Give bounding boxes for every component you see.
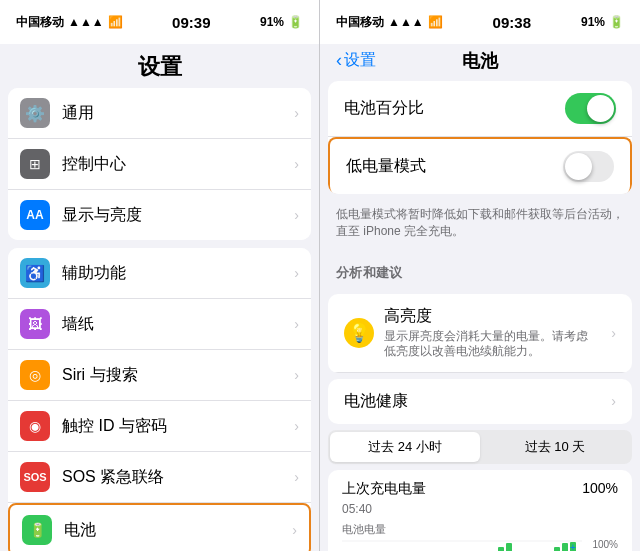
left-page-title-bar: 设置 <box>0 44 319 88</box>
brightness-bulb-icon: 💡 <box>344 318 374 348</box>
right-time: 09:38 <box>493 14 531 31</box>
touchid-label: 触控 ID 与密码 <box>62 416 290 437</box>
chart-y-100: 100% <box>592 539 618 550</box>
left-time: 09:39 <box>172 14 210 31</box>
settings-group-2: ♿ 辅助功能 › 🖼 墙纸 › ◎ Siri 与搜索 › ◉ 触控 ID 与密码… <box>8 248 311 551</box>
right-signal: ▲▲▲ <box>388 15 424 29</box>
last-charge-label: 上次充电电量 <box>342 480 426 498</box>
tab-10d[interactable]: 过去 10 天 <box>480 432 630 462</box>
right-battery-icon: 🔋 <box>609 15 624 29</box>
settings-item-general[interactable]: ⚙️ 通用 › <box>8 88 311 139</box>
last-charge-time: 05:40 <box>342 502 618 516</box>
low-power-row: 低电量模式 <box>328 137 632 194</box>
low-power-desc: 低电量模式将暂时降低如下载和邮件获取等后台活动，直至 iPhone 完全充电。 <box>320 200 640 250</box>
display-chevron: › <box>294 207 299 223</box>
sos-label: SOS 紧急联络 <box>62 467 290 488</box>
charge-section: 上次充电电量 100% 05:40 电池电量 100% 60% <box>328 470 632 551</box>
left-wifi-icon: 📶 <box>108 15 123 29</box>
settings-item-sos[interactable]: SOS SOS 紧急联络 › <box>8 452 311 503</box>
battery-pct-label: 电池百分比 <box>344 98 565 119</box>
settings-list: ⚙️ 通用 › ⊞ 控制中心 › AA 显示与亮度 › ♿ 辅助功能 › <box>0 88 319 551</box>
right-phone: 中国移动 ▲▲▲ 📶 09:38 91% 🔋 ‹ 设置 电池 电池百分比 低电量… <box>320 0 640 551</box>
accessibility-icon: ♿ <box>20 258 50 288</box>
health-label: 电池健康 <box>344 391 607 412</box>
last-charge-pct: 100% <box>582 480 618 496</box>
battery-icon: 🔋 <box>22 515 52 545</box>
left-battery-pct: 91% <box>260 15 284 29</box>
health-row[interactable]: 电池健康 › <box>328 379 632 424</box>
right-battery-pct: 91% <box>581 15 605 29</box>
tab-24h[interactable]: 过去 24 小时 <box>330 432 480 462</box>
control-center-label: 控制中心 <box>62 154 290 175</box>
time-tabs: 过去 24 小时 过去 10 天 <box>328 430 632 464</box>
brightness-chevron: › <box>611 325 616 341</box>
right-carrier: 中国移动 <box>336 14 384 31</box>
right-status-bar: 中国移动 ▲▲▲ 📶 09:38 91% 🔋 <box>320 0 640 44</box>
siri-chevron: › <box>294 367 299 383</box>
battery-pct-toggle[interactable] <box>565 93 616 124</box>
chart-label: 电池电量 <box>342 522 618 537</box>
battery-chevron: › <box>292 522 297 538</box>
brightness-text: 高亮度 显示屏亮度会消耗大量的电量。请考虑低亮度以改善电池续航能力。 <box>384 306 597 360</box>
battery-chart-container: 电池电量 100% 60% <box>342 522 618 551</box>
left-page-title: 设置 <box>16 52 303 82</box>
settings-item-siri[interactable]: ◎ Siri 与搜索 › <box>8 350 311 401</box>
battery-pct-row: 电池百分比 <box>328 81 632 137</box>
settings-item-touchid[interactable]: ◉ 触控 ID 与密码 › <box>8 401 311 452</box>
display-label: 显示与亮度 <box>62 205 290 226</box>
general-chevron: › <box>294 105 299 121</box>
left-status-left: 中国移动 ▲▲▲ 📶 <box>16 14 123 31</box>
siri-icon: ◎ <box>20 360 50 390</box>
settings-item-battery[interactable]: 🔋 电池 › <box>8 503 311 551</box>
brightness-section: 💡 高亮度 显示屏亮度会消耗大量的电量。请考虑低亮度以改善电池续航能力。 › <box>328 294 632 373</box>
nav-back-label: 设置 <box>344 50 376 71</box>
control-center-chevron: › <box>294 156 299 172</box>
chart-y-axis: 100% 60% <box>592 539 618 551</box>
display-icon: AA <box>20 200 50 230</box>
touchid-icon: ◉ <box>20 411 50 441</box>
touchid-chevron: › <box>294 418 299 434</box>
battery-content: 电池百分比 低电量模式 低电量模式将暂时降低如下载和邮件获取等后台活动，直至 i… <box>320 75 640 551</box>
general-label: 通用 <box>62 103 290 124</box>
svg-rect-29 <box>554 547 560 551</box>
charge-header: 上次充电电量 100% <box>342 480 618 498</box>
left-signal: ▲▲▲ <box>68 15 104 29</box>
brightness-row[interactable]: 💡 高亮度 显示屏亮度会消耗大量的电量。请考虑低亮度以改善电池续航能力。 › <box>328 294 632 373</box>
brightness-desc: 显示屏亮度会消耗大量的电量。请考虑低亮度以改善电池续航能力。 <box>384 329 597 360</box>
right-status-right: 91% 🔋 <box>581 15 624 29</box>
low-power-label: 低电量模式 <box>346 156 563 177</box>
wallpaper-icon: 🖼 <box>20 309 50 339</box>
health-section: 电池健康 › <box>328 379 632 424</box>
settings-item-wallpaper[interactable]: 🖼 墙纸 › <box>8 299 311 350</box>
battery-page-title: 电池 <box>462 49 498 73</box>
chart-area: 100% 60% <box>342 539 618 551</box>
right-wifi-icon: 📶 <box>428 15 443 29</box>
right-status-left: 中国移动 ▲▲▲ 📶 <box>336 14 443 31</box>
low-power-toggle[interactable] <box>563 151 614 182</box>
svg-rect-22 <box>498 547 504 551</box>
siri-label: Siri 与搜索 <box>62 365 290 386</box>
left-carrier: 中国移动 <box>16 14 64 31</box>
left-battery-icon: 🔋 <box>288 15 303 29</box>
accessibility-chevron: › <box>294 265 299 281</box>
sos-icon: SOS <box>20 462 50 492</box>
settings-item-control-center[interactable]: ⊞ 控制中心 › <box>8 139 311 190</box>
battery-nav-bar: ‹ 设置 电池 <box>320 44 640 75</box>
settings-item-display[interactable]: AA 显示与亮度 › <box>8 190 311 240</box>
control-center-icon: ⊞ <box>20 149 50 179</box>
brightness-title: 高亮度 <box>384 306 597 327</box>
wallpaper-chevron: › <box>294 316 299 332</box>
back-chevron-icon: ‹ <box>336 50 342 71</box>
accessibility-label: 辅助功能 <box>62 263 290 284</box>
analysis-header: 分析和建议 <box>320 250 640 288</box>
nav-back-button[interactable]: ‹ 设置 <box>336 50 376 71</box>
battery-label: 电池 <box>64 520 288 541</box>
battery-toggles-section: 电池百分比 低电量模式 <box>328 81 632 194</box>
settings-item-accessibility[interactable]: ♿ 辅助功能 › <box>8 248 311 299</box>
general-icon: ⚙️ <box>20 98 50 128</box>
settings-group-1: ⚙️ 通用 › ⊞ 控制中心 › AA 显示与亮度 › <box>8 88 311 240</box>
svg-rect-30 <box>562 543 568 551</box>
battery-chart-svg: + <box>342 539 600 551</box>
left-status-bar: 中国移动 ▲▲▲ 📶 09:39 91% 🔋 <box>0 0 319 44</box>
svg-text:+: + <box>570 542 576 551</box>
